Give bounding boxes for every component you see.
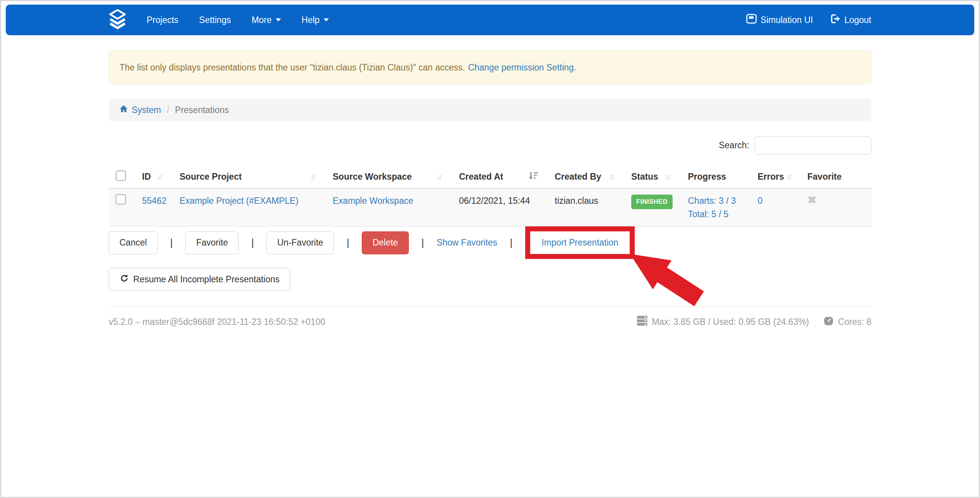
sort-icon: ↓↑ xyxy=(609,172,615,182)
import-presentation-link[interactable]: Import Presentation xyxy=(542,238,619,248)
memory-status: Max: 3.85 GB / Used: 0.95 GB (24.63%) xyxy=(637,316,809,328)
breadcrumb: System / Presentations xyxy=(109,99,871,121)
sort-icon: ↓↑ xyxy=(665,172,671,182)
cell-status: FINISHED xyxy=(622,188,678,226)
permission-alert: The list only displays presentations tha… xyxy=(109,51,871,84)
sort-desc-icon xyxy=(529,171,538,183)
cell-created-by: tizian.claus xyxy=(545,188,622,226)
nav-settings[interactable]: Settings xyxy=(189,15,241,25)
actions-row: Cancel | Favorite | Un-Favorite | Delete… xyxy=(109,226,871,259)
refresh-icon xyxy=(119,274,129,285)
progress-total-link[interactable]: Total: 5 / 5 xyxy=(688,209,728,219)
presentations-table: ID↓↑ Source Project↓↑ Source Workspace↓↑… xyxy=(109,165,871,226)
breadcrumb-system-link[interactable]: System xyxy=(119,104,161,116)
breadcrumb-separator: / xyxy=(167,105,169,115)
delete-button[interactable]: Delete xyxy=(362,231,408,254)
cell-source-project: Example Project (#EXAMPLE) xyxy=(170,188,323,226)
progress-charts-link[interactable]: Charts: 3 / 3 xyxy=(688,196,736,206)
action-separator: | xyxy=(346,237,349,249)
column-id[interactable]: ID↓↑ xyxy=(132,165,170,188)
search-label: Search: xyxy=(719,140,749,151)
navbar: Projects Settings More Help Simulation U… xyxy=(6,5,974,35)
caret-down-icon xyxy=(276,18,281,21)
select-all-checkbox[interactable] xyxy=(116,170,126,181)
action-separator: | xyxy=(510,237,513,249)
cores-status: Cores: 8 xyxy=(823,316,871,328)
logout-icon xyxy=(830,13,841,26)
table-header-row: ID↓↑ Source Project↓↑ Source Workspace↓↑… xyxy=(109,165,871,188)
search-row: Search: xyxy=(109,136,871,154)
resume-all-button[interactable]: Resume All Incomplete Presentations xyxy=(109,268,290,291)
action-separator: | xyxy=(170,237,173,249)
column-source-project[interactable]: Source Project↓↑ xyxy=(170,165,323,188)
nav-logout[interactable]: Logout xyxy=(830,13,871,26)
action-separator: | xyxy=(421,237,424,249)
column-created-at[interactable]: Created At xyxy=(449,165,545,188)
favorite-button[interactable]: Favorite xyxy=(185,231,238,254)
row-select-cell xyxy=(109,188,132,226)
unfavorite-button[interactable]: Un-Favorite xyxy=(266,231,334,254)
column-status[interactable]: Status↓↑ xyxy=(622,165,678,188)
nav-more[interactable]: More xyxy=(241,15,291,25)
action-separator: | xyxy=(251,237,254,249)
caret-down-icon xyxy=(323,18,329,21)
column-errors[interactable]: Errors↓↑ xyxy=(748,165,798,188)
footer: v5.2.0 – master@5dc9668f 2021-11-23 16:5… xyxy=(109,316,871,328)
alert-text: The list only displays presentations tha… xyxy=(119,62,465,73)
app-window: Projects Settings More Help Simulation U… xyxy=(0,0,980,498)
errors-link[interactable]: 0 xyxy=(758,196,763,206)
x-icon[interactable]: ✖ xyxy=(807,194,817,206)
home-icon xyxy=(119,104,128,116)
cell-source-workspace: Example Workspace xyxy=(323,188,449,226)
cancel-button[interactable]: Cancel xyxy=(109,231,158,254)
table-row: 55462 Example Project (#EXAMPLE) Example… xyxy=(109,188,871,226)
source-project-link[interactable]: Example Project (#EXAMPLE) xyxy=(180,196,299,206)
nav-help[interactable]: Help xyxy=(291,15,339,25)
column-favorite[interactable]: Favorite xyxy=(798,165,871,188)
version-text: v5.2.0 – master@5dc9668f 2021-11-23 16:5… xyxy=(109,317,325,327)
change-permission-link[interactable]: Change permission Setting. xyxy=(468,62,577,73)
column-created-by[interactable]: Created By↓↑ xyxy=(545,165,622,188)
status-badge: FINISHED xyxy=(631,195,673,209)
sort-icon: ↓↑ xyxy=(786,172,792,182)
presentation-id-link[interactable]: 55462 xyxy=(142,196,167,206)
cell-favorite: ✖ xyxy=(798,188,871,226)
cell-created-at: 06/12/2021, 15:44 xyxy=(449,188,545,226)
nav-simulation-ui[interactable]: Simulation UI xyxy=(746,13,813,26)
highlight-annotation-box: Import Presentation xyxy=(525,226,635,259)
sort-icon: ↓↑ xyxy=(310,172,316,182)
brand-logo[interactable] xyxy=(109,9,126,31)
search-input[interactable] xyxy=(755,136,871,154)
breadcrumb-current: Presentations xyxy=(175,105,229,115)
source-workspace-link[interactable]: Example Workspace xyxy=(333,196,413,206)
footer-divider xyxy=(109,306,871,306)
show-favorites-link[interactable]: Show Favorites xyxy=(436,238,497,248)
server-icon xyxy=(637,316,648,328)
column-source-workspace[interactable]: Source Workspace↓↑ xyxy=(323,165,449,188)
resume-row: Resume All Incomplete Presentations xyxy=(109,268,871,291)
cell-progress: Charts: 3 / 3 Total: 5 / 5 xyxy=(678,188,748,226)
sort-icon: ↓↑ xyxy=(436,172,443,182)
sort-icon: ↓↑ xyxy=(157,172,163,182)
window-icon xyxy=(746,13,757,26)
nav-projects[interactable]: Projects xyxy=(136,15,189,25)
gauge-icon xyxy=(823,316,834,328)
cell-id: 55462 xyxy=(132,188,170,226)
cell-errors: 0 xyxy=(748,188,798,226)
column-progress[interactable]: Progress xyxy=(678,165,748,188)
layers-icon xyxy=(109,9,126,31)
row-checkbox[interactable] xyxy=(116,194,126,205)
select-all-header xyxy=(109,165,132,188)
